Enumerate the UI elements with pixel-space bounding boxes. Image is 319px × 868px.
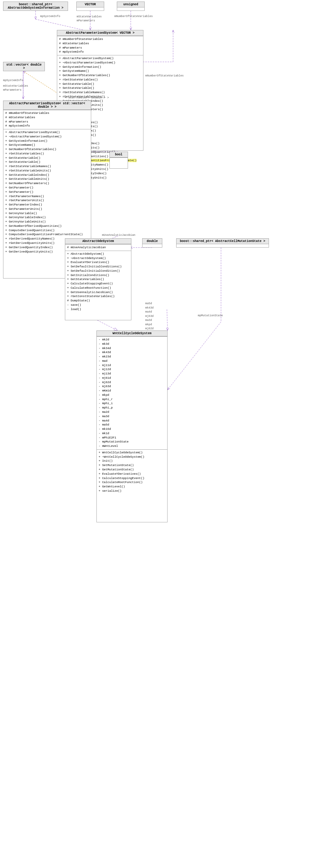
box-std-vector-double-title: std::vector< double > [3,62,44,71]
box-wnt-cell-cycle-fields: - mk2d - mk3d - mk34d - mk43d - mk23d - … [97,336,167,449]
box-shared-ptr-mutation-title: boost::shared_ptr< AbstractCellMutationS… [177,239,269,244]
box-abstract-parameterised-double-methods: + AbstractParameterisedSystem() + ~Abstr… [3,129,91,255]
box-wnt-cell-cycle-title: WntCellCycleOdeSystem [97,331,167,336]
label-std-vector-template: < std::vector< double > > [65,96,109,99]
box-abstract-ode-methods: + AbstractOdeSystem() + ~AbstractOdeSyst… [65,251,131,313]
svg-line-21 [97,320,117,331]
box-vector: VECTOR [76,2,104,11]
box-abstract-parameterised-double-fields: # mNumberOfStateVariables # mStateVariab… [3,110,91,129]
box-unsigned-title: unsigned [117,2,144,7]
box-bool-section [110,157,128,167]
box-vector-title: VECTOR [77,2,104,7]
box-bool-title: bool [110,152,128,157]
label-mpSystemInfo-left: mpSystemInfo [3,79,23,82]
box-abstract-ode-system: AbstractOdeSystem # mUseAnalyticJacobian… [65,238,131,320]
label-mStateVariables-top: mStateVariablesmParameters [77,15,102,23]
svg-line-4 [36,19,83,30]
box-shared-ptr-abstract: boost::shared_ptr< AbstractOdeSystemInfo… [3,2,68,11]
box-abstract-parameterised-vector-title: AbstractParameterisedSystem< VECTOR > [57,30,143,36]
label-mStateVariables-left: mStateVariablesmParameters [3,84,28,92]
box-abstract-ode-fields: # mUseAnalyticJacobian [65,244,131,251]
label-mNumberOfStateVariables-right: mNumberOfStateVariables [145,74,184,78]
box-double-title: double [142,239,162,244]
box-double: double [142,238,162,248]
box-bool: bool [109,152,128,169]
box-abstract-parameterised-vector-fields: # mNumberOfStateVariables # mStateVariab… [57,36,143,55]
label-mUseAnalyticJacobian: mUseAnalyticJacobian [102,234,135,237]
label-mpSystemInfo: mpSystemInfo [40,15,60,18]
box-std-vector-double: std::vector< double > [3,62,45,71]
box-unsigned: unsigned [117,2,145,11]
box-shared-ptr-abstract-title: boost::shared_ptr< AbstractOdeSystemInfo… [3,2,68,11]
box-wnt-cell-cycle: WntCellCycleOdeSystem - mk2d - mk3d - mk… [97,331,168,522]
label-mpMutationState: mpMutationState [198,314,223,317]
label-mNumberOfStateVariables-top: mNumberOfStateVariables [114,15,153,18]
box-wnt-cell-cycle-methods: + WntCellCycleOdeSystem() + ~WntCellCycl… [97,449,167,494]
svg-line-23 [167,309,168,331]
diagram-container: boost::shared_ptr< AbstractOdeSystemInfo… [0,0,319,868]
svg-line-20 [168,322,221,390]
svg-line-8 [23,71,62,96]
box-shared-ptr-mutation: boost::shared_ptr< AbstractCellMutationS… [176,238,269,248]
box-abstract-parameterised-double-title: AbstractParameterisedSystem< std::vector… [3,101,91,110]
box-abstract-ode-system-title: AbstractOdeSystem [65,239,131,244]
